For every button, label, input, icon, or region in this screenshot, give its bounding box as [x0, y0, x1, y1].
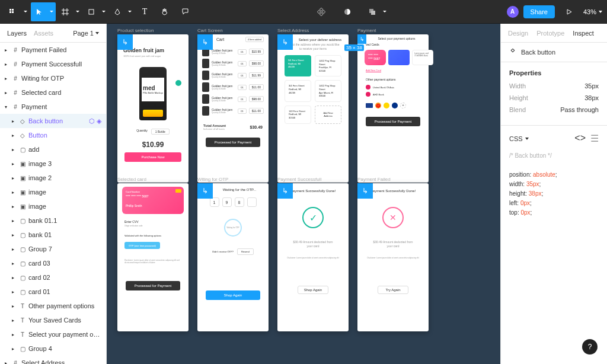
boolean-icon[interactable]	[364, 2, 389, 21]
frame-label[interactable]: Witing for OTP	[197, 177, 228, 182]
layer-row[interactable]: ▸#Payment Failed	[0, 43, 106, 57]
inspect-tab[interactable]: Inspect	[573, 30, 593, 37]
selection-header: Back button	[501, 43, 607, 62]
layer-row[interactable]: ▸▢Group 7	[0, 242, 106, 256]
frame-selected[interactable]: Card Number **** **** **** 5687 Phillip …	[117, 183, 189, 331]
present-button[interactable]	[560, 2, 579, 21]
frame-label[interactable]: Product selection	[117, 28, 154, 33]
layer-row[interactable]: ▸▢card 01	[0, 285, 106, 299]
svg-rect-12	[320, 12, 323, 16]
layer-row[interactable]: ▾#Payment	[0, 100, 106, 114]
frame-label[interactable]: Payment	[357, 28, 376, 33]
page-selector[interactable]: Page 1	[73, 30, 99, 37]
frame-label[interactable]: Select Address	[277, 28, 309, 33]
css-dropdown[interactable]: CSS	[509, 135, 529, 142]
layer-row[interactable]: ▸#Select Address	[0, 356, 106, 364]
assets-tab[interactable]: Assets	[34, 30, 53, 37]
payment-button[interactable]: Processed for Payment	[366, 117, 420, 126]
shape-tool[interactable]	[83, 2, 108, 21]
svg-rect-9	[320, 8, 323, 11]
payment-button[interactable]: Processed for Payment	[206, 138, 260, 147]
frame-label[interactable]: Payment Failed	[357, 177, 391, 182]
frame-product[interactable]: ↳ Golden fruit jam 100% fruit sweet jam …	[117, 34, 189, 183]
frame-label[interactable]: Payment Successfull	[277, 177, 321, 182]
right-panel: Design Prototype Inspect Back button Pro…	[500, 24, 607, 364]
selection-badge: 35 × 38	[344, 44, 364, 51]
layers-tab[interactable]: Layers	[7, 30, 27, 37]
svg-rect-16	[511, 49, 515, 52]
layer-row[interactable]: ▸TOther payment options	[0, 299, 106, 313]
otp-button[interactable]: OTP (one time password)	[124, 242, 160, 249]
layer-row[interactable]: ▸▢bank 01	[0, 228, 106, 242]
css-code: /* Back button */ position: absolute;wid…	[509, 151, 599, 218]
hand-tool[interactable]	[155, 2, 174, 21]
design-tab[interactable]: Design	[508, 30, 528, 37]
zoom-level[interactable]: 43%	[583, 8, 602, 15]
layer-row[interactable]: ▸▢card 02	[0, 270, 106, 285]
frame-success[interactable]: ↳ Payment Successfully Done! ✓ $30.49 Am…	[277, 183, 349, 331]
text-tool[interactable]: T	[135, 2, 154, 21]
svg-rect-10	[317, 10, 321, 14]
shop-button[interactable]: Shop Again	[298, 286, 328, 294]
left-panel: Layers Assets Page 1 ▸#Payment Failed▸#P…	[0, 24, 107, 364]
frame-tool[interactable]	[57, 2, 82, 21]
code-view-icon[interactable]: <>	[574, 133, 586, 144]
resend-button[interactable]: Resend	[237, 248, 254, 255]
properties-title: Properties	[509, 69, 599, 76]
svg-rect-0	[9, 9, 11, 11]
svg-rect-3	[12, 11, 14, 13]
move-tool[interactable]	[31, 2, 56, 21]
frame-label[interactable]: Cart Screen	[197, 28, 223, 33]
layers-list: ▸#Payment Failed▸#Payment Successfull▸#W…	[0, 43, 106, 364]
frame-label[interactable]: Selected card	[117, 177, 146, 182]
back-button-icon[interactable]: ↳	[277, 183, 293, 199]
back-button-icon[interactable]: ↳	[197, 34, 213, 50]
pen-tool[interactable]	[109, 2, 134, 21]
back-button-icon[interactable]: ↳	[117, 34, 133, 50]
layer-row[interactable]: ▸◇Button	[0, 128, 106, 142]
frame-cart[interactable]: ↳ Cart 4 Item added Golden fruit jamQuan…	[197, 34, 269, 183]
layer-row[interactable]: ▸▣image	[0, 185, 106, 199]
mask-icon[interactable]	[338, 2, 357, 21]
component-icon[interactable]	[312, 2, 331, 21]
layer-row[interactable]: ▸▢Group 4	[0, 341, 106, 356]
layer-row[interactable]: ▸◇Back button⬡◈	[0, 114, 106, 128]
layer-row[interactable]: ▸#Payment Successfull	[0, 57, 106, 71]
payment-button[interactable]: Processed for Payment	[126, 281, 180, 290]
list-view-icon[interactable]: ☰	[590, 133, 599, 144]
layer-row[interactable]: ▸▢card 03	[0, 256, 106, 270]
layer-row[interactable]: ▸#Witing for OTP	[0, 71, 106, 85]
share-button[interactable]: Share	[523, 5, 555, 18]
svg-rect-2	[9, 11, 11, 13]
frame-otp[interactable]: ↳ Waiting for the OTP... 198 Waiting for…	[197, 183, 269, 331]
back-button-icon[interactable]: ↳	[197, 183, 213, 199]
layer-row[interactable]: ▸▣image 2	[0, 171, 106, 185]
help-button[interactable]: ?	[582, 339, 598, 355]
layer-row[interactable]: ▸▢bank 01.1	[0, 213, 106, 228]
layer-row[interactable]: ▸TYour Saved Cards	[0, 313, 106, 327]
back-button-icon[interactable]: ↳	[357, 183, 373, 199]
svg-rect-15	[371, 11, 375, 15]
svg-rect-11	[322, 10, 325, 14]
main-toolbar: T A Share 43%	[0, 0, 607, 24]
user-avatar[interactable]: A	[507, 6, 519, 18]
try-button[interactable]: Try Again	[378, 286, 408, 294]
back-button-selected[interactable]: ↳	[357, 34, 366, 44]
layer-row[interactable]: ▸#Selected card	[0, 85, 106, 100]
frame-address[interactable]: ↳ Select your deliver address Select the…	[277, 34, 349, 183]
frame-failed[interactable]: ↳ Payment Successfully Done! ✕ $30.49 Am…	[357, 183, 429, 331]
purchase-button[interactable]: Purchase Now	[124, 152, 181, 162]
menu-button[interactable]	[5, 2, 30, 21]
layer-row[interactable]: ▸▢add	[0, 142, 106, 157]
comment-tool[interactable]	[175, 2, 194, 21]
canvas[interactable]: Product selection ↳ Golden fruit jam 100…	[107, 24, 500, 364]
back-button-icon[interactable]: ↳	[277, 34, 293, 50]
shop-button[interactable]: Shop Again	[206, 290, 260, 300]
layer-row[interactable]: ▸▣image	[0, 199, 106, 213]
layer-row[interactable]: ▸TSelect your payment options	[0, 327, 106, 341]
prototype-tab[interactable]: Prototype	[536, 30, 564, 37]
svg-rect-1	[12, 9, 14, 11]
svg-rect-8	[89, 9, 94, 14]
frame-payment[interactable]: ↳ 35 × 38 Select your payment options ve…	[357, 34, 429, 183]
layer-row[interactable]: ▸▣image 3	[0, 157, 106, 171]
